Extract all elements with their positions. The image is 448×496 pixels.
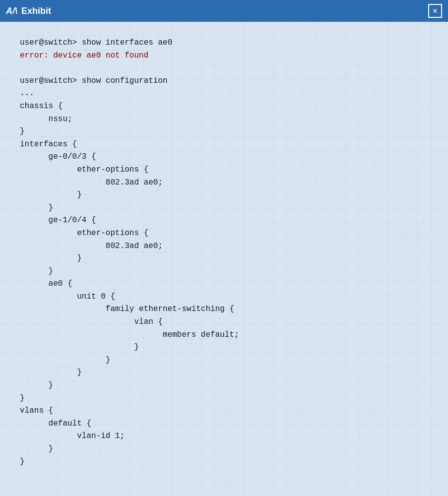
title-bar-left: A/\ Exhibit	[6, 6, 51, 16]
terminal-line: vlans {	[20, 405, 428, 418]
window-title: Exhibit	[21, 6, 51, 16]
terminal-line: chassis {	[20, 100, 428, 113]
terminal-line: }	[20, 189, 428, 202]
terminal-line: }	[20, 265, 428, 278]
terminal-line: ether-options {	[20, 227, 428, 240]
terminal-line: }	[20, 341, 428, 354]
terminal-output: user@switch> show interfaces ae0error: d…	[20, 37, 428, 468]
title-bar: A/\ Exhibit ✕	[0, 0, 448, 22]
terminal-line: vlan {	[20, 316, 428, 329]
terminal-line-empty	[20, 62, 428, 75]
terminal-line: }	[20, 367, 428, 379]
terminal-line: user@switch> show configuration	[20, 75, 428, 88]
terminal-line: }	[20, 354, 428, 367]
terminal-line: }	[20, 379, 428, 392]
terminal-line: family ethernet-switching {	[20, 303, 428, 316]
terminal-line: ...	[20, 87, 428, 100]
terminal-line: ge-1/0/4 {	[20, 214, 428, 227]
terminal-line: 802.3ad ae0;	[20, 240, 428, 253]
terminal-line: }	[20, 125, 428, 138]
terminal-line: default {	[20, 418, 428, 431]
app-logo: A/\	[6, 6, 17, 16]
close-button[interactable]: ✕	[428, 4, 442, 18]
terminal-line: }	[20, 392, 428, 405]
terminal-line: }	[20, 456, 428, 469]
terminal-line: vlan-id 1;	[20, 430, 428, 443]
terminal-line: 802.3ad ae0;	[20, 177, 428, 189]
terminal-line: ether-options {	[20, 164, 428, 177]
terminal-line: error: device ae0 not found	[20, 50, 428, 62]
terminal-line: user@switch> show interfaces ae0	[20, 37, 428, 50]
terminal-line: }	[20, 202, 428, 215]
terminal-line: }	[20, 252, 428, 265]
terminal-line: }	[20, 443, 428, 456]
main-window: A/\ Exhibit ✕ user@switch> show interfac…	[0, 0, 448, 496]
terminal-line: interfaces {	[20, 138, 428, 151]
terminal-line: nssu;	[20, 113, 428, 126]
content-area: user@switch> show interfaces ae0error: d…	[0, 22, 448, 496]
terminal-line: ge-0/0/3 {	[20, 151, 428, 164]
terminal-line: members default;	[20, 329, 428, 342]
terminal-line: unit 0 {	[20, 291, 428, 304]
terminal-line: ae0 {	[20, 278, 428, 291]
